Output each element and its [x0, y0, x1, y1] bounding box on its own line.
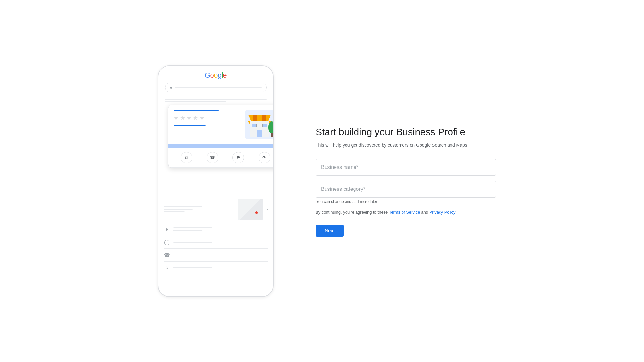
category-helper-text: You can change and add more later	[316, 200, 496, 204]
directions-icon: ⧉	[181, 152, 192, 163]
page-title: Start building your Business Profile	[316, 125, 496, 138]
telephone-icon: ☎	[164, 252, 170, 258]
phone-mockup-area: Google ● ★ ★	[148, 65, 283, 297]
content-row-phone: ☎	[164, 249, 268, 262]
phone-nav-lines	[158, 96, 273, 106]
content-row-hours: ◯	[164, 236, 268, 249]
content-lines-hours	[173, 242, 268, 243]
store-window-left	[252, 124, 257, 127]
star-2: ★	[180, 115, 185, 122]
location-line-1	[173, 227, 212, 228]
business-name-field	[316, 159, 496, 176]
stripe-1	[248, 115, 253, 121]
form-area: Start building your Business Profile Thi…	[316, 119, 496, 243]
privacy-policy-link[interactable]: Privacy Policy	[429, 210, 455, 215]
content-row-location: ●	[164, 223, 268, 236]
star-4: ★	[193, 115, 198, 122]
phone-icon: ☎	[207, 152, 218, 163]
star-5: ★	[199, 115, 204, 122]
location-line-2	[173, 230, 202, 231]
terms-text: By continuing, you're agreeing to these …	[316, 209, 477, 216]
business-card-image	[245, 110, 274, 139]
next-button[interactable]: Next	[316, 225, 344, 237]
stars-row: ★ ★ ★ ★ ★	[174, 115, 241, 122]
search-icon: ●	[170, 85, 172, 90]
phone-top-bar: Google ●	[158, 66, 273, 96]
content-lines-1	[164, 206, 234, 212]
phone-content-area: ● › ● ◯	[158, 196, 273, 274]
logo-o2: o	[214, 71, 218, 79]
phone-frame: Google ● ★ ★	[158, 65, 274, 297]
hours-line-1	[173, 242, 212, 243]
content-lines-website	[173, 267, 268, 268]
action-icons-row: ⧉ ☎ ⚑ ↷	[168, 148, 274, 168]
store-illustration	[247, 112, 274, 137]
phone-line-1	[173, 255, 212, 255]
terms-of-service-link[interactable]: Terms of Service	[389, 210, 420, 215]
stripe-5	[266, 115, 271, 121]
content-lines-phone	[173, 255, 268, 255]
tree-trunk	[271, 133, 273, 137]
share-icon: ↷	[259, 152, 270, 163]
business-name-input[interactable]	[316, 159, 496, 176]
store-door	[257, 130, 262, 137]
globe-icon: ○	[164, 265, 170, 271]
save-icon: ⚑	[232, 152, 244, 163]
stripe-3	[257, 115, 262, 121]
logo-e: e	[223, 71, 227, 79]
terms-prefix: By continuing, you're agreeing to these	[316, 210, 389, 215]
content-row-1: ● ›	[164, 196, 268, 223]
store-building	[250, 121, 269, 137]
store-tree	[268, 121, 274, 137]
content-lines-location	[173, 227, 268, 231]
chevron-right-icon: ›	[267, 207, 268, 211]
map-thumbnail: ●	[238, 199, 263, 220]
logo-o1: o	[210, 71, 214, 79]
star-1: ★	[174, 115, 179, 122]
nav-line-2	[165, 101, 226, 102]
content-row-website: ○	[164, 262, 268, 274]
tree-top	[268, 121, 274, 133]
business-category-input[interactable]	[316, 181, 496, 198]
stripe-4	[262, 115, 266, 121]
stripe-2	[253, 115, 257, 121]
business-category-field: You can change and add more later	[316, 181, 496, 204]
search-bar-line	[175, 87, 262, 88]
nav-line-1	[165, 99, 267, 100]
map-pin-icon: ●	[255, 209, 258, 216]
content-line-1b	[164, 209, 193, 210]
phone-content: ● › ● ◯	[158, 196, 273, 274]
business-card-popup: ★ ★ ★ ★ ★	[168, 105, 274, 168]
search-bar: ●	[165, 83, 267, 92]
page-container: Google ● ★ ★	[0, 0, 644, 362]
business-subtitle-line	[174, 125, 206, 126]
business-card-top: ★ ★ ★ ★ ★	[168, 105, 274, 144]
store-window-right	[262, 124, 267, 127]
terms-and: and	[420, 210, 430, 215]
clock-icon: ◯	[164, 239, 170, 245]
website-line-1	[173, 267, 212, 268]
star-3: ★	[186, 115, 192, 122]
content-line-1c	[164, 211, 185, 212]
awning-stripes	[248, 115, 271, 121]
logo-g2: g	[218, 71, 222, 79]
business-card-info: ★ ★ ★ ★ ★	[174, 110, 241, 126]
business-name-line	[174, 110, 219, 111]
location-icon: ●	[164, 227, 170, 232]
map-diagonal	[238, 199, 263, 220]
logo-g1: G	[205, 71, 210, 79]
content-line-1a	[164, 206, 202, 207]
business-card-banner	[168, 144, 274, 148]
google-logo: Google	[165, 71, 267, 79]
page-subtitle: This will help you get discovered by cus…	[316, 142, 470, 149]
